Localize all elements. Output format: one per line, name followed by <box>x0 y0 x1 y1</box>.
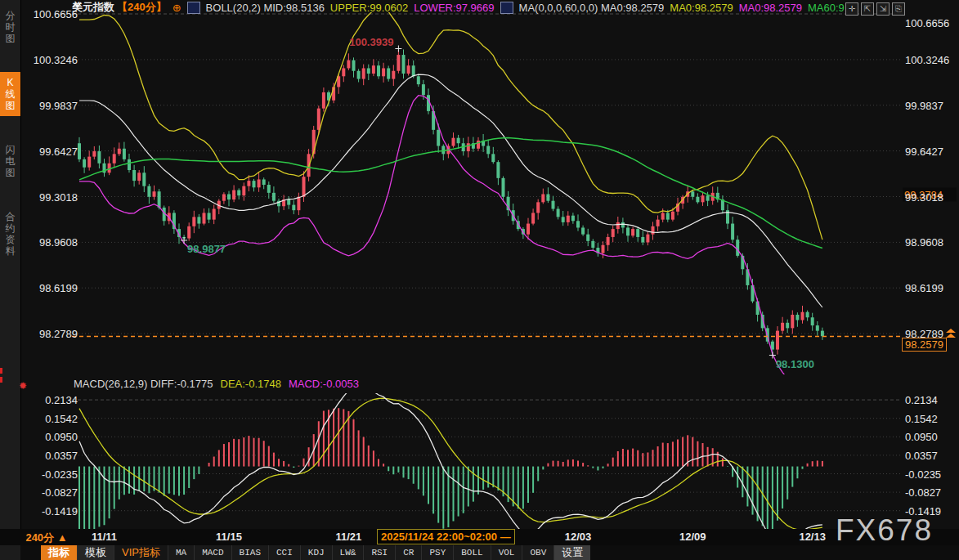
macd-axis-label-right: 0.2134 <box>905 394 957 406</box>
toolbar-item-OBV[interactable]: OBV <box>522 545 553 560</box>
date-tick-label: 12/13 <box>786 531 839 543</box>
toolbar-item-BIAS[interactable]: BIAS <box>231 545 268 560</box>
boll-upper-value: UPPER:99.0602 <box>330 2 408 14</box>
price-axis-label-right: 99.9837 <box>905 99 957 111</box>
price-axis-label-right: 98.9608 <box>905 236 957 249</box>
price-axis-label-left: 99.6427 <box>25 145 78 157</box>
price-axis-label-left: 98.6199 <box>25 282 78 294</box>
price-axis-label-right: 99.6427 <box>905 145 957 157</box>
low-price-annotation: 98.1300 <box>776 358 814 370</box>
ma0-yellow-value: MA0:98.2579 <box>670 2 733 14</box>
toolbar-item-VIP指标[interactable]: VIP指标 <box>114 545 168 560</box>
toolbar-item-CCI[interactable]: CCI <box>268 545 300 560</box>
macd-axis-label-right: 0.0357 <box>905 449 957 461</box>
macd-axis-label-left: 0.2134 <box>25 394 78 406</box>
low-price-annotation: 98.9877 <box>187 243 226 255</box>
price-axis-label-left: 98.2789 <box>25 328 78 340</box>
axis-zoom-in-icon[interactable]: ⇱ <box>861 2 874 16</box>
left-edge-marker <box>0 377 2 383</box>
macd-axis-label-left: 0.0357 <box>25 449 78 461</box>
period-selector[interactable]: 240分 ▲ <box>23 531 70 545</box>
toolbar-item-KDJ[interactable]: KDJ <box>300 545 332 560</box>
toolbar-item-CR[interactable]: CR <box>395 545 421 560</box>
toolbar-item-设置[interactable]: 设置 <box>553 545 590 560</box>
toolbar-item-模板[interactable]: 模板 <box>77 545 114 560</box>
macd-title: MACD(26,12,9) DIFF:-0.1775 <box>74 378 213 390</box>
macd-value: MACD:-0.0053 <box>289 378 359 390</box>
ma60-value: MA60:9 <box>808 2 845 14</box>
price-axis-label-left: 99.9837 <box>25 99 78 111</box>
price-axis-label-right: 100.3246 <box>905 53 957 65</box>
price-axis-label-left: 98.9608 <box>25 236 78 249</box>
axis-zoom-out-icon[interactable]: ⇲ <box>876 2 890 16</box>
period-label: 【240分】 <box>117 0 167 15</box>
macd-axis-label-right: -0.0827 <box>905 486 957 499</box>
macd-axis-label-left: -0.1419 <box>25 504 78 517</box>
price-axis-label-left: 100.6656 <box>25 8 78 20</box>
selected-bar-time-label: 2025/11/24 22:00~02:00 — <box>377 529 515 544</box>
date-tick-label: 11/15 <box>203 531 255 543</box>
left-edge-marker <box>0 368 2 374</box>
macd-axis-label-right: -0.0235 <box>905 468 957 480</box>
ma-values: MA(0,0,0,60,0,0) MA0:98.2579 <box>519 2 665 14</box>
toolbar-item-VOL[interactable]: VOL <box>491 545 522 560</box>
date-tick-label: 12/03 <box>552 531 604 543</box>
macd-axis-label-right: 0.1542 <box>905 412 957 424</box>
ma0-magenta-value: MA0:98.2579 <box>739 2 802 14</box>
chart-application: 分时图K线图闪电图合约资料 美元指数 【240分】 ⊕ BOLL(20,2) M… <box>0 0 959 560</box>
collapse-icon[interactable]: ⊕ <box>173 2 181 13</box>
indicator-alert-icon[interactable]: ✹ <box>19 380 27 392</box>
toolbar-item-LW&[interactable]: LW& <box>332 545 364 560</box>
pane-expand-icon[interactable]: ⎘ <box>892 2 905 16</box>
toolbar-item-PSY[interactable]: PSY <box>421 545 453 560</box>
chart-toolbuttons: ✛ ⇱ ⇲ ⎘ <box>845 2 905 16</box>
date-tick-label: 12/09 <box>666 531 719 543</box>
toolbar-item-指标[interactable]: 指标 <box>41 545 77 560</box>
price-axis-label-right: 100.6656 <box>905 17 957 29</box>
boll-values: BOLL(20,2) MID:98.5136 <box>206 2 325 14</box>
indicator-toolbar: 指标模板VIP指标MAMACDBIASCCIKDJLW&RSICRPSYBOLL… <box>20 545 959 560</box>
macd-axis-label-right: 0.0950 <box>905 431 957 443</box>
boll-lower-value: LOWER:97.9669 <box>414 2 494 14</box>
price-axis-label-left: 99.3018 <box>25 190 78 203</box>
price-axis-label-right: 98.2789 <box>905 328 957 340</box>
macd-dea-value: DEA:-0.1748 <box>221 378 281 390</box>
time-axis: 240分 ▲ 2025/11/24 22:00~02:00 — 11/1111/… <box>0 529 959 545</box>
macd-axis-label-left: 0.0950 <box>25 431 78 443</box>
price-axis-label-right: 98.6199 <box>905 282 957 294</box>
macd-axis-label-left: 0.1542 <box>25 412 78 424</box>
toolbar-item-RSI[interactable]: RSI <box>363 545 395 560</box>
toolbar-item-BOLL[interactable]: BOLL <box>453 545 490 560</box>
macd-axis-label-left: -0.0235 <box>25 468 78 480</box>
high-price-annotation: 100.3939 <box>349 36 393 48</box>
toolbar-item-MA[interactable]: MA <box>168 545 194 560</box>
watermark: FX678 <box>836 513 933 548</box>
chart-header: 美元指数 【240分】 ⊕ BOLL(20,2) MID:98.5136 UPP… <box>72 1 845 14</box>
price-axis-label-right: 99.3018 <box>905 190 957 203</box>
crosshair-move-icon[interactable]: ✛ <box>845 2 858 16</box>
date-tick-label: 11/11 <box>78 531 131 543</box>
chart-canvas <box>0 0 959 560</box>
boll-indicator-icon[interactable] <box>187 2 200 14</box>
ma-indicator-icon[interactable] <box>500 2 513 14</box>
date-tick-label: 11/21 <box>322 531 374 543</box>
macd-axis-label-left: -0.0827 <box>25 486 78 499</box>
macd-header: MACD(26,12,9) DIFF:-0.1775 DEA:-0.1748 M… <box>74 378 359 390</box>
toolbar-item-MACD[interactable]: MACD <box>194 545 231 560</box>
price-axis-label-left: 100.3246 <box>25 53 78 65</box>
